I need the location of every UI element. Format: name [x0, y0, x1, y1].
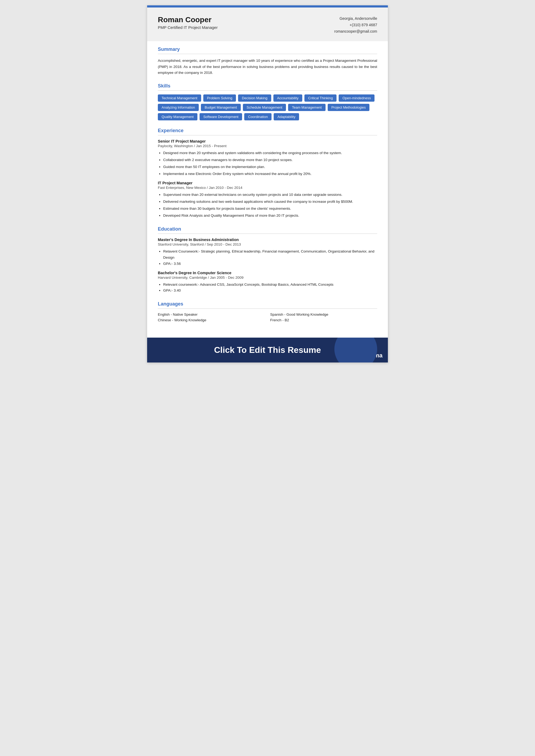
- edu-degree-title: Master's Degree In Business Administrati…: [158, 238, 377, 242]
- experience-section-title: Experience: [158, 128, 377, 133]
- language-item: Chinese - Working Knowledge: [158, 318, 265, 322]
- footer-bar[interactable]: Click To Edit This Resume Cr esuma: [147, 338, 388, 362]
- languages-section-title: Languages: [158, 301, 377, 307]
- skill-badge: Project Methodologies: [328, 104, 370, 111]
- skills-section-title: Skills: [158, 83, 377, 89]
- skill-badge: Analyzing Information: [158, 104, 199, 111]
- list-item: GPA:- 3.56: [163, 261, 377, 267]
- skills-container: Technical ManagementProblem SolvingDecis…: [158, 95, 377, 120]
- exp-job-title: Senior IT Project Manager: [158, 139, 377, 143]
- list-item: Guided more than 50 IT employees on the …: [163, 164, 377, 170]
- languages-divider: [158, 308, 377, 309]
- experience-section: Experience Senior IT Project ManagerPayl…: [158, 128, 377, 219]
- education-divider: [158, 234, 377, 234]
- resume-content: Summary Accomplished, energetic, and exp…: [147, 41, 388, 338]
- skill-badge: Critical Thinking: [304, 95, 336, 102]
- skill-badge: Accountability: [273, 95, 302, 102]
- skill-badge: Decision Making: [238, 95, 271, 102]
- contact-phone: +(310) 879 4687: [334, 22, 378, 28]
- skill-badge: Schedule Management: [243, 104, 286, 111]
- contact-location: Georgia, Andersonville: [334, 15, 378, 22]
- skill-badge: Coordination: [244, 113, 271, 120]
- languages-grid: English - Native SpeakerSpanish - Good W…: [158, 313, 377, 322]
- experience-container: Senior IT Project ManagerPaylocity, Wash…: [158, 139, 377, 219]
- summary-section-title: Summary: [158, 46, 377, 52]
- experience-divider: [158, 135, 377, 135]
- education-container: Master's Degree In Business Administrati…: [158, 238, 377, 294]
- list-item: Implemented a new Electronic Order Entry…: [163, 171, 377, 177]
- exp-bullets: Designed more than 20 synthesis and syst…: [158, 150, 377, 177]
- list-item: GPA:- 3.40: [163, 288, 377, 294]
- top-accent-bar: [147, 5, 388, 8]
- resume-page: Roman Cooper PMP Certified IT Project Ma…: [147, 5, 388, 362]
- exp-company: Fast Enterprises, New Mexico / Jan 2010 …: [158, 186, 377, 190]
- summary-divider: [158, 54, 377, 54]
- skill-badge: Budget Management: [201, 104, 241, 111]
- candidate-name: Roman Cooper: [158, 15, 218, 24]
- exp-job-title: IT Project Manager: [158, 181, 377, 185]
- summary-text: Accomplished, energetic, and expert IT p…: [158, 58, 377, 76]
- exp-bullets: Supervised more than 20 external technic…: [158, 192, 377, 219]
- list-item: Collaborated with 2 executive managers t…: [163, 157, 377, 163]
- list-item: Designed more than 20 synthesis and syst…: [163, 150, 377, 156]
- list-item: Relavent Coursework:- Strategic planning…: [163, 248, 377, 261]
- skill-badge: Problem Solving: [203, 95, 236, 102]
- edu-institution: Harvard University, Cambridge / Jan 2005…: [158, 275, 377, 280]
- skill-badge: Quality Management: [158, 113, 197, 120]
- edu-institution: Stanford University, Stanford / Sep 2010…: [158, 242, 377, 246]
- list-item: Relevant coursework:- Advanced CSS, Java…: [163, 282, 377, 288]
- education-section: Education Master's Degree In Business Ad…: [158, 226, 377, 294]
- edu-bullets: Relavent Coursework:- Strategic planning…: [158, 248, 377, 267]
- language-item: French - B2: [270, 318, 377, 322]
- skill-badge: Technical Management: [158, 95, 201, 102]
- list-item: Delivered marketing solutions and two we…: [163, 199, 377, 205]
- summary-section: Summary Accomplished, energetic, and exp…: [158, 46, 377, 76]
- skills-section: Skills Technical ManagementProblem Solvi…: [158, 83, 377, 120]
- resume-header: Roman Cooper PMP Certified IT Project Ma…: [147, 8, 388, 41]
- list-item: Developed Risk Analysis and Quality Mana…: [163, 213, 377, 219]
- exp-company: Paylocity, Washington / Jan 2015 - Prese…: [158, 144, 377, 148]
- contact-email: romancooper@gmail.com: [334, 28, 378, 35]
- education-section-title: Education: [158, 226, 377, 232]
- skills-divider: [158, 90, 377, 91]
- skill-badge: Software Development: [200, 113, 242, 120]
- languages-section: Languages English - Native SpeakerSpanis…: [158, 301, 377, 322]
- skill-badge: Open-mindedness: [339, 95, 375, 102]
- edu-degree-title: Bachelor's Degree In Computer Science: [158, 271, 377, 275]
- header-left: Roman Cooper PMP Certified IT Project Ma…: [158, 15, 218, 30]
- list-item: Supervised more than 20 external technic…: [163, 192, 377, 198]
- edu-bullets: Relevant coursework:- Advanced CSS, Java…: [158, 282, 377, 294]
- language-item: Spanish - Good Working Knowledge: [270, 313, 377, 317]
- header-contact: Georgia, Andersonville +(310) 879 4687 r…: [334, 15, 378, 35]
- skill-badge: Adaptability: [274, 113, 299, 120]
- footer-cta-text: Click To Edit This Resume: [153, 345, 382, 355]
- list-item: Estimated more than 30 budgets for proje…: [163, 206, 377, 212]
- candidate-title: PMP Certified IT Project Manager: [158, 25, 218, 30]
- language-item: English - Native Speaker: [158, 313, 265, 317]
- skill-badge: Team Management: [288, 104, 325, 111]
